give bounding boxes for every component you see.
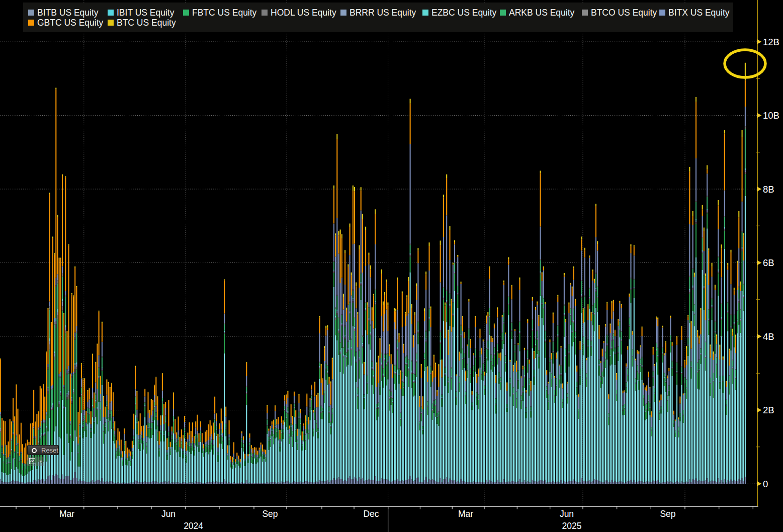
svg-text:2B: 2B: [763, 405, 774, 415]
svg-text:12B: 12B: [763, 37, 779, 47]
svg-text:6B: 6B: [763, 257, 774, 268]
svg-text:Mar: Mar: [458, 509, 473, 519]
svg-text:4B: 4B: [763, 331, 774, 342]
svg-text:0: 0: [763, 479, 768, 489]
svg-text:Sep: Sep: [262, 509, 278, 519]
svg-text:8B: 8B: [763, 184, 774, 195]
svg-text:2025: 2025: [562, 521, 582, 531]
svg-text:Jun: Jun: [161, 509, 176, 519]
svg-text:Mar: Mar: [59, 509, 74, 519]
svg-text:Sep: Sep: [660, 509, 675, 519]
svg-text:10B: 10B: [763, 110, 779, 121]
svg-text:2024: 2024: [184, 521, 203, 531]
svg-text:Jun: Jun: [560, 509, 574, 519]
svg-text:Dec: Dec: [363, 509, 379, 519]
